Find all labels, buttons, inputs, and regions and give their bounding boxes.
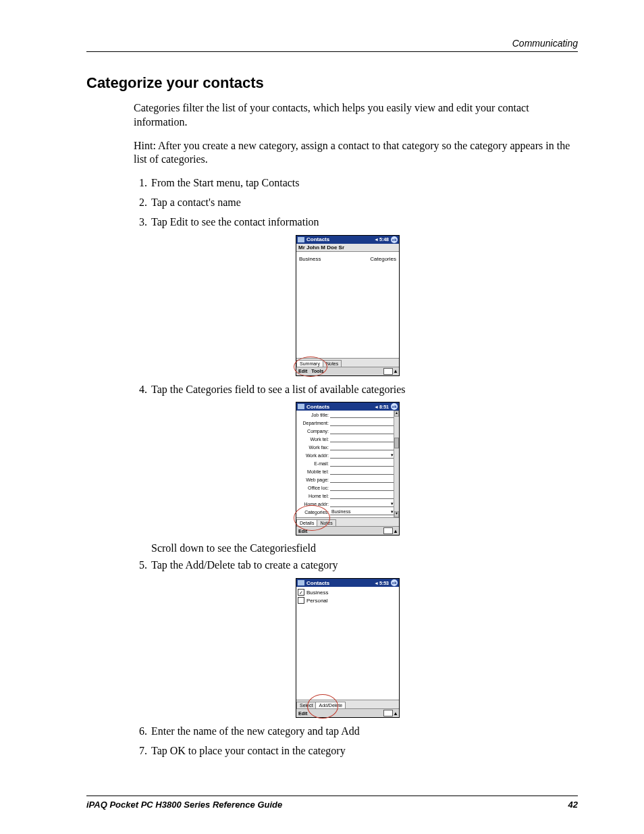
label-company: Company:: [296, 429, 330, 434]
label-department: Department:: [296, 421, 330, 425]
field-work-tel[interactable]: [330, 436, 394, 442]
field-email[interactable]: [330, 461, 394, 467]
field-job-title[interactable]: [330, 412, 394, 418]
scroll-thumb[interactable]: [394, 438, 399, 448]
label-work-addr: Work addr:: [296, 453, 330, 458]
field-work-addr[interactable]: [330, 452, 394, 459]
running-head: Communicating: [512, 38, 578, 49]
checkbox-personal[interactable]: [298, 597, 304, 604]
label-home-tel: Home tel:: [296, 494, 330, 498]
window-title: Contacts: [306, 236, 329, 242]
up-arrow-icon[interactable]: [394, 528, 397, 534]
clock-time: 5:48: [379, 237, 389, 242]
field-home-addr[interactable]: [330, 501, 394, 507]
form-rows: Job title: Department: Company: Work tel…: [296, 411, 394, 516]
menu-bar: Edit: [296, 708, 399, 717]
label-email: E-mail:: [296, 461, 330, 466]
ok-button[interactable]: ok: [391, 579, 398, 586]
field-department[interactable]: [330, 420, 394, 426]
ok-button[interactable]: ok: [391, 236, 398, 243]
label-work-tel: Work tel:: [296, 437, 330, 442]
category-label-personal: Personal: [306, 598, 328, 604]
footer-title: iPAQ Pocket PC H3800 Series Reference Gu…: [86, 800, 282, 810]
steps-list: From the Start menu, tap Contacts Tap a …: [134, 176, 578, 229]
start-icon[interactable]: [298, 404, 304, 409]
speaker-icon[interactable]: [374, 404, 379, 410]
menu-edit[interactable]: Edit: [298, 529, 307, 533]
menu-edit[interactable]: Edit: [298, 711, 307, 716]
start-icon[interactable]: [298, 237, 304, 242]
keyboard-icon[interactable]: [383, 710, 393, 716]
ok-button[interactable]: ok: [391, 403, 398, 410]
tab-row: Details Notes: [296, 517, 399, 526]
body-text: Categories filter the list of your conta…: [134, 101, 571, 167]
step-3: Tap Edit to see the contact information: [150, 215, 578, 230]
tab-summary[interactable]: Summary: [296, 360, 323, 367]
titlebar: Contacts 8:51 ok: [296, 402, 399, 411]
field-categories[interactable]: Business: [330, 509, 394, 515]
category-row-personal[interactable]: Personal: [296, 596, 399, 604]
steps-list-cont3: Enter the name of the new category and t…: [134, 725, 578, 758]
step-5: Tap the Add/Delete tab to create a categ…: [150, 558, 578, 573]
field-home-tel[interactable]: [330, 493, 394, 499]
steps-list-cont1: Tap the Categories field to see a list o…: [134, 383, 578, 397]
field-web-page[interactable]: [330, 477, 394, 483]
up-arrow-icon[interactable]: [394, 710, 397, 716]
checkbox-business[interactable]: ✓: [298, 589, 304, 596]
menu-bar: Edit: [296, 526, 399, 535]
label-home-addr: Home addr:: [296, 502, 330, 506]
bottom-rule: [86, 796, 578, 796]
start-icon[interactable]: [298, 580, 304, 585]
screenshot-2-wrap: Contacts 8:51 ok Job title: Department: …: [296, 402, 578, 536]
vertical-scrollbar[interactable]: ▴ ▾: [394, 411, 399, 517]
keyboard-icon[interactable]: [383, 368, 393, 375]
ppc-screenshot-3: Contacts 5:53 ok ✓ Business Personal: [296, 578, 400, 718]
field-company[interactable]: [330, 428, 394, 434]
category-checklist: ✓ Business Personal: [296, 588, 399, 604]
up-arrow-icon[interactable]: [394, 368, 397, 374]
category-row-business[interactable]: ✓ Business: [296, 588, 399, 596]
speaker-icon[interactable]: [374, 236, 379, 242]
tab-row: Summary Notes: [296, 358, 399, 367]
menu-tools[interactable]: Tools: [311, 369, 323, 373]
scroll-down-icon[interactable]: ▾: [394, 511, 399, 517]
step-4: Tap the Categories field to see a list o…: [150, 383, 578, 397]
tab-add-delete[interactable]: Add/Delete: [315, 702, 346, 708]
page: Communicating Categorize your contacts C…: [0, 0, 644, 834]
screenshot-1-wrap: Contacts 5:48 ok Mr John M Doe Sr Busine…: [296, 235, 578, 376]
label-office-loc: Office loc:: [296, 486, 330, 490]
ppc-screenshot-1: Contacts 5:48 ok Mr John M Doe Sr Busine…: [296, 235, 400, 376]
categories-label[interactable]: Categories: [370, 256, 396, 262]
tab-details[interactable]: Details: [296, 519, 317, 526]
intro-para: Categories filter the list of your conta…: [134, 101, 571, 130]
field-mobile-tel[interactable]: [330, 469, 394, 475]
field-work-fax[interactable]: [330, 444, 394, 450]
top-rule: [86, 51, 578, 52]
clock-time: 5:53: [379, 581, 389, 585]
tab-notes[interactable]: Notes: [317, 519, 336, 526]
scroll-up-icon[interactable]: ▴: [394, 411, 399, 417]
category-label-business: Business: [306, 590, 328, 596]
step-1: From the Start menu, tap Contacts: [150, 176, 578, 190]
field-office-loc[interactable]: [330, 485, 394, 491]
content-area: Business Categories: [296, 252, 399, 358]
keyboard-icon[interactable]: [383, 527, 393, 534]
window-title: Contacts: [306, 580, 329, 586]
menu-edit[interactable]: Edit: [298, 369, 307, 373]
titlebar: Contacts 5:53 ok: [296, 579, 399, 587]
label-job-title: Job title:: [296, 413, 330, 417]
tab-select[interactable]: Select: [296, 702, 316, 708]
window-title: Contacts: [306, 404, 329, 410]
form-area: Job title: Department: Company: Work tel…: [296, 411, 399, 517]
tab-row: Select Add/Delete: [296, 700, 399, 708]
category-list-area: ✓ Business Personal: [296, 587, 399, 700]
label-work-fax: Work fax:: [296, 445, 330, 450]
label-categories: Categories:: [296, 510, 330, 515]
menu-bar: Edit Tools: [296, 367, 399, 375]
section-title: Categorize your contacts: [86, 74, 578, 92]
step-4-sub: Scroll down to see the Categoriesfield: [151, 542, 578, 554]
speaker-icon[interactable]: [374, 580, 379, 586]
step-2: Tap a contact's name: [150, 196, 578, 210]
tab-notes[interactable]: Notes: [323, 360, 342, 367]
step-6: Enter the name of the new category and t…: [150, 725, 578, 739]
